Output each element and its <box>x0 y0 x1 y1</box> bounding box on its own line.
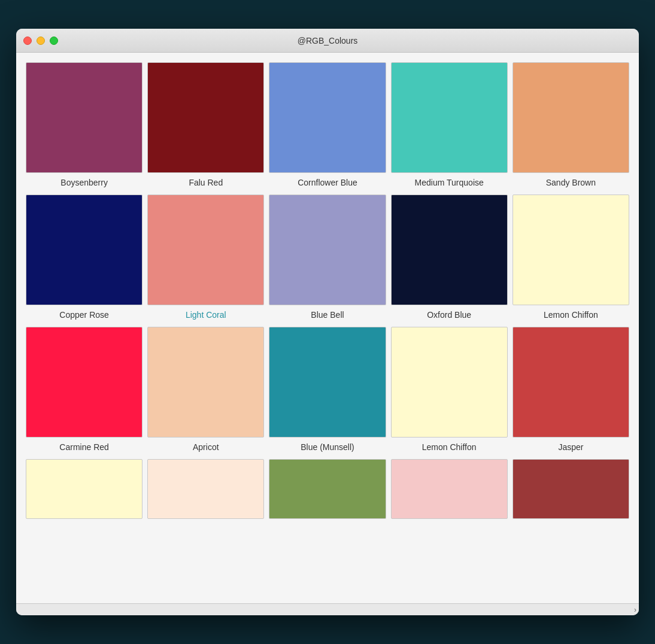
color-swatch-mediumturquoise <box>391 62 508 173</box>
color-label-lemonchiffon2: Lemon Chiffon <box>422 442 477 457</box>
color-item-copperrose[interactable]: Copper Rose <box>26 195 142 324</box>
color-item-lemonchiffon1[interactable]: Lemon Chiffon <box>513 195 629 324</box>
color-item-falured[interactable]: Falu Red <box>147 62 264 192</box>
color-item-cornflowerblue[interactable]: Cornflower Blue <box>269 62 386 192</box>
color-swatch-bluebell <box>269 195 386 305</box>
color-item-lemonchiffon2[interactable]: Lemon Chiffon <box>391 327 508 457</box>
color-swatch-copperrose <box>26 195 142 305</box>
color-swatch-lemonchiffon1 <box>513 195 629 305</box>
color-swatch-carminered <box>26 327 142 438</box>
color-item-mistyrose[interactable] <box>391 459 508 524</box>
color-label-oxfordblue: Oxford Blue <box>427 310 471 324</box>
color-row-2: Copper Rose Light Coral Blue Bell Oxford… <box>26 195 629 324</box>
color-label-apricot: Apricot <box>193 442 219 457</box>
color-label-jasper: Jasper <box>558 442 583 457</box>
color-item-sandybrown[interactable]: Sandy Brown <box>513 62 629 192</box>
color-swatch-cornflowerblue <box>269 62 386 173</box>
color-label-mediumturquoise: Medium Turquoise <box>415 178 484 192</box>
color-item-lightcoral[interactable]: Light Coral <box>147 195 264 324</box>
app-window: @RGB_Colours Boysenberry Falu Red Cornfl… <box>16 29 639 615</box>
color-label-copperrose: Copper Rose <box>59 310 109 324</box>
color-item-boysenberry[interactable]: Boysenberry <box>26 62 142 192</box>
color-label-boysenberry: Boysenberry <box>60 178 108 192</box>
color-item-asparagus[interactable] <box>269 459 386 524</box>
color-row-4 <box>26 459 629 524</box>
color-item-mediumturquoise[interactable]: Medium Turquoise <box>391 62 508 192</box>
color-item-oxfordblue[interactable]: Oxford Blue <box>391 195 508 324</box>
color-label-sandybrown: Sandy Brown <box>546 178 596 192</box>
color-label-cornflowerblue: Cornflower Blue <box>298 178 357 192</box>
scroll-right-arrow[interactable]: › <box>634 606 636 614</box>
color-swatch-apricot <box>147 327 264 438</box>
color-item-apricot[interactable]: Apricot <box>147 327 264 457</box>
close-button[interactable] <box>23 37 32 45</box>
color-label-lemonchiffon1: Lemon Chiffon <box>544 310 598 324</box>
color-item-chestnut[interactable] <box>513 459 629 524</box>
color-swatch-lemonchiffon2 <box>391 327 508 438</box>
color-swatch-boysenberry <box>26 62 142 173</box>
color-row-1: Boysenberry Falu Red Cornflower Blue Med… <box>26 62 629 192</box>
color-swatch-asparagus <box>269 459 386 519</box>
color-swatch-oxfordblue <box>391 195 508 305</box>
color-item-linen[interactable] <box>147 459 264 524</box>
minimize-button[interactable] <box>37 37 45 45</box>
color-label-bluemunsell: Blue (Munsell) <box>301 442 354 457</box>
color-swatch-mistyrose <box>391 459 508 519</box>
color-content[interactable]: Boysenberry Falu Red Cornflower Blue Med… <box>16 53 639 603</box>
color-label-carminered: Carmine Red <box>59 442 108 457</box>
color-swatch-jasper <box>513 327 629 438</box>
titlebar: @RGB_Colours <box>16 29 639 53</box>
color-item-jasper[interactable]: Jasper <box>513 327 629 457</box>
color-label-lightcoral: Light Coral <box>186 310 226 324</box>
maximize-button[interactable] <box>50 37 58 45</box>
color-swatch-bluemunsell <box>269 327 386 438</box>
window-title: @RGB_Colours <box>298 36 358 45</box>
color-item-lemonchiffon3[interactable] <box>26 459 142 524</box>
color-item-carminered[interactable]: Carmine Red <box>26 327 142 457</box>
color-swatch-falured <box>147 62 264 173</box>
color-row-3: Carmine Red Apricot Blue (Munsell) Lemon… <box>26 327 629 457</box>
color-swatch-lemonchiffon3 <box>26 459 142 519</box>
color-swatch-chestnut <box>513 459 629 519</box>
horizontal-scrollbar[interactable]: › <box>16 603 639 615</box>
color-swatch-lightcoral <box>147 195 264 305</box>
color-swatch-linen <box>147 459 264 519</box>
color-item-bluebell[interactable]: Blue Bell <box>269 195 386 324</box>
color-swatch-sandybrown <box>513 62 629 173</box>
color-item-bluemunsell[interactable]: Blue (Munsell) <box>269 327 386 457</box>
traffic-lights <box>23 37 58 45</box>
color-label-bluebell: Blue Bell <box>311 310 344 324</box>
color-label-falured: Falu Red <box>189 178 223 192</box>
